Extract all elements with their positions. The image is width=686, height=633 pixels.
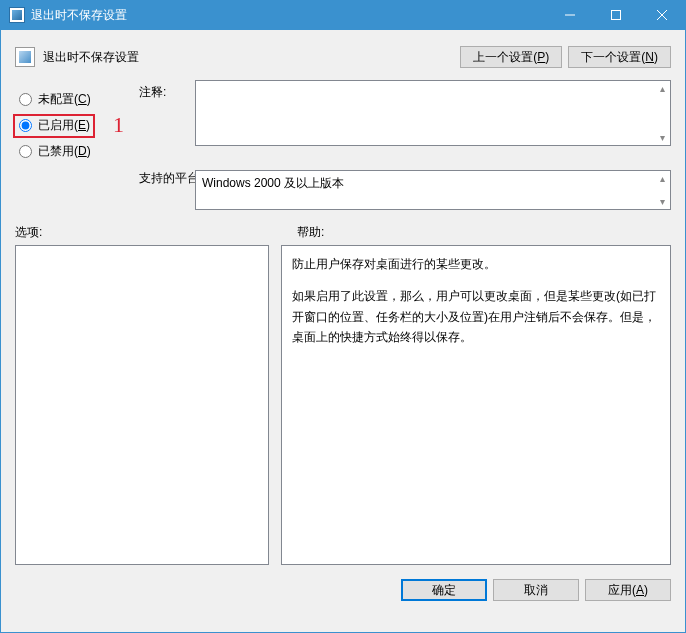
previous-setting-button[interactable]: 上一个设置(P)	[460, 46, 562, 68]
next-label: 下一个设置(	[581, 49, 645, 66]
close-button[interactable]	[639, 0, 685, 30]
svg-rect-0	[612, 11, 621, 20]
platform-text: Windows 2000 及以上版本	[202, 176, 344, 190]
page-title: 退出时不保存设置	[43, 49, 460, 66]
next-setting-button[interactable]: 下一个设置(N)	[568, 46, 671, 68]
titlebar: 退出时不保存设置	[1, 0, 685, 30]
options-panel	[15, 245, 269, 565]
scroll-down-icon: ▾	[656, 196, 668, 207]
options-label: 选项:	[15, 224, 297, 241]
radio-dis-key: D	[78, 144, 87, 158]
scroll-up-icon: ▴	[656, 173, 668, 184]
comment-label: 注释:	[139, 80, 191, 106]
help-paragraph-2: 如果启用了此设置，那么，用户可以更改桌面，但是某些更改(如已打开窗口的位置、任务…	[292, 286, 660, 347]
radio-not-configured-input[interactable]	[19, 93, 32, 106]
help-label: 帮助:	[297, 224, 671, 241]
apply-button[interactable]: 应用(A)	[585, 579, 671, 601]
ok-button[interactable]: 确定	[401, 579, 487, 601]
header-row: 退出时不保存设置 上一个设置(P) 下一个设置(N)	[1, 30, 685, 76]
app-icon	[9, 7, 25, 23]
maximize-button[interactable]	[593, 0, 639, 30]
paren: )	[644, 583, 648, 597]
radio-disabled[interactable]: 已禁用(D)	[15, 138, 135, 164]
paren: )	[654, 50, 658, 64]
paren: )	[545, 50, 549, 64]
help-paragraph-1: 防止用户保存对桌面进行的某些更改。	[292, 254, 660, 274]
apply-key: A	[636, 583, 644, 597]
ok-label: 确定	[432, 582, 456, 599]
radio-nc-key: C	[78, 92, 87, 106]
radio-disabled-input[interactable]	[19, 145, 32, 158]
platform-box: Windows 2000 及以上版本 ▴ ▾	[195, 170, 671, 210]
prev-key: P	[537, 50, 545, 64]
radio-not-configured[interactable]: 未配置(C)	[15, 86, 135, 112]
apply-label: 应用(	[608, 582, 636, 599]
radio-nc-label: 未配置(	[38, 92, 78, 106]
radio-dis-label: 已禁用(	[38, 144, 78, 158]
footer: 确定 取消 应用(A)	[1, 565, 685, 613]
window-title: 退出时不保存设置	[31, 7, 547, 24]
help-panel: 防止用户保存对桌面进行的某些更改。 如果启用了此设置，那么，用户可以更改桌面，但…	[281, 245, 671, 565]
policy-icon	[15, 47, 35, 67]
paren: )	[87, 92, 91, 106]
annotation-highlight	[13, 114, 95, 138]
next-key: N	[645, 50, 654, 64]
scroll-up-icon: ▴	[656, 83, 668, 94]
cancel-button[interactable]: 取消	[493, 579, 579, 601]
scroll-down-icon: ▾	[656, 132, 668, 143]
paren: )	[87, 144, 91, 158]
platform-label: 支持的平台:	[139, 170, 191, 210]
prev-label: 上一个设置(	[473, 49, 537, 66]
minimize-button[interactable]	[547, 0, 593, 30]
annotation-number: 1	[113, 112, 124, 138]
comment-textarea[interactable]: ▴ ▾	[195, 80, 671, 146]
cancel-label: 取消	[524, 582, 548, 599]
